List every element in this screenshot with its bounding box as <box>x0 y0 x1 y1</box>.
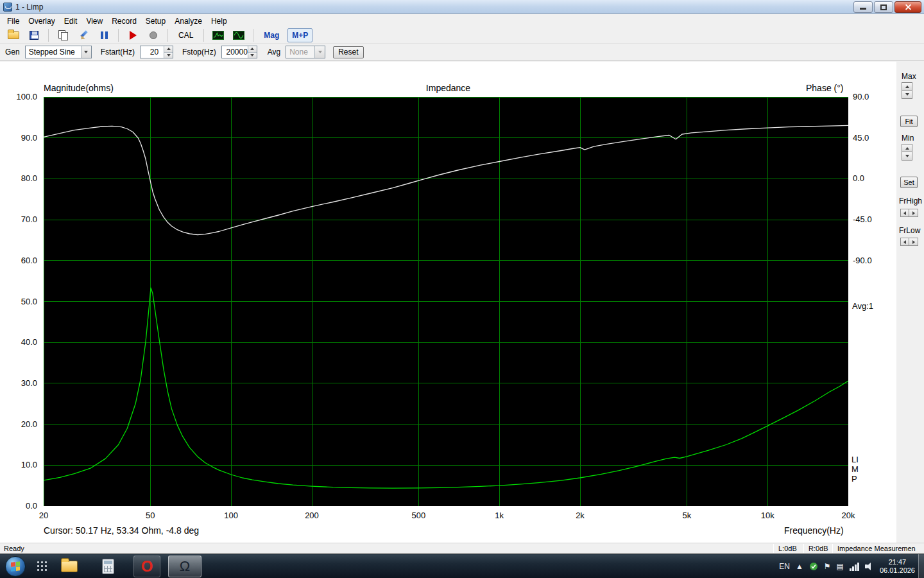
spectrum-view-button[interactable] <box>210 28 227 42</box>
window-title: 1 - Limp <box>15 3 43 12</box>
fstart-label: Fstart(Hz) <box>101 48 135 57</box>
axis-tick-label: 1k <box>483 511 515 520</box>
toolbar: CAL Mag M+P <box>0 27 924 44</box>
spinner-down-icon[interactable] <box>248 52 257 58</box>
toolbar-separator <box>48 29 49 42</box>
start-button[interactable] <box>5 556 26 577</box>
open-folder-icon <box>8 31 19 39</box>
close-button[interactable] <box>894 1 921 13</box>
frlow-right-button[interactable] <box>909 238 918 246</box>
language-indicator[interactable]: EN <box>779 562 790 571</box>
axis-tick-label: 10k <box>751 511 783 520</box>
taskbar-calculator[interactable] <box>95 556 121 577</box>
taskbar-explorer[interactable] <box>56 556 82 577</box>
screen: 1 - Limp File Overlay Edit View Record S… <box>0 0 924 578</box>
clock-date: 06.01.2026 <box>880 566 915 575</box>
axis-tick-label: 90.0 <box>853 92 869 101</box>
spinner-down-icon[interactable] <box>164 52 173 58</box>
reset-button[interactable]: Reset <box>333 46 363 58</box>
axis-tick-label: 5k <box>671 511 703 520</box>
stop-button[interactable] <box>145 28 162 42</box>
update-check-icon[interactable] <box>809 562 818 571</box>
open-file-button[interactable] <box>5 28 22 42</box>
edit-pen-button[interactable] <box>75 28 92 42</box>
toolbar-separator <box>167 29 168 42</box>
frhigh-arrows <box>900 209 918 217</box>
taskbar-opera[interactable]: O <box>133 556 160 577</box>
mag-phase-button[interactable]: M+P <box>287 28 312 42</box>
menu-file[interactable]: File <box>3 15 24 27</box>
network-icon[interactable] <box>850 563 859 571</box>
generator-type-select[interactable]: Stepped Sine <box>25 46 92 58</box>
max-up-button[interactable] <box>902 82 912 91</box>
toolbar-separator <box>118 29 119 42</box>
toolbar-separator <box>253 29 253 42</box>
windows-flag-icon <box>11 561 20 571</box>
axis-tick-label: -90.0 <box>853 256 872 265</box>
cal-button[interactable]: CAL <box>174 28 198 42</box>
record-circle-icon <box>150 31 157 39</box>
axis-tick-label: 50.0 <box>21 297 37 306</box>
copy-button[interactable] <box>55 28 71 42</box>
cursor-readout: Cursor: 50.17 Hz, 53.34 Ohm, -4.8 deg <box>44 525 199 536</box>
fstop-input[interactable]: 20000 <box>221 46 257 58</box>
menu-edit[interactable]: Edit <box>60 15 82 27</box>
volume-icon[interactable] <box>865 563 874 570</box>
axis-tick-label: 45.0 <box>853 133 869 143</box>
hidden-icons-chevron[interactable]: ▲ <box>796 562 803 571</box>
axis-tick-label: 10.0 <box>21 460 37 469</box>
taskbar-clock[interactable]: 21:47 06.01.2026 <box>880 558 915 575</box>
fstart-input[interactable]: 20 <box>140 46 173 58</box>
taskbar-limp-active[interactable]: Ω <box>168 556 201 577</box>
frhigh-left-button[interactable] <box>900 209 909 217</box>
chevron-down-icon[interactable] <box>81 46 91 58</box>
spectrum-icon <box>212 31 224 40</box>
taskbar-pinned-app[interactable] <box>33 556 51 577</box>
menu-view[interactable]: View <box>81 15 107 27</box>
zoom-panel: Max Fit Min Set FrHigh FrLow <box>896 62 924 543</box>
axis-tick-label: 0.0 <box>26 501 37 511</box>
axis-tick-label: 20k <box>832 511 864 520</box>
gen-label: Gen <box>5 48 20 57</box>
mag-button[interactable]: Mag <box>259 28 284 42</box>
start-measurement-button[interactable] <box>124 28 141 42</box>
minimize-button[interactable] <box>853 1 873 13</box>
x-axis-title: Frequency(Hz) <box>784 525 844 536</box>
omega-icon: Ω <box>180 559 190 574</box>
opera-icon: O <box>141 559 153 574</box>
menu-overlay[interactable]: Overlay <box>24 15 59 27</box>
spinner-up-icon[interactable] <box>164 46 173 52</box>
maximize-button[interactable] <box>874 1 893 13</box>
close-icon <box>905 4 912 11</box>
fit-button[interactable]: Fit <box>900 116 918 127</box>
generator-toolbar: Gen Stepped Sine Fstart(Hz) 20 Fstop(Hz)… <box>0 44 924 61</box>
clipboard-icon[interactable]: ▤ <box>837 562 844 571</box>
axis-tick-label: 20.0 <box>21 419 37 429</box>
frlow-left-button[interactable] <box>900 238 909 246</box>
max-down-button[interactable] <box>902 91 912 99</box>
save-file-button[interactable] <box>26 28 42 42</box>
min-down-button[interactable] <box>902 152 912 161</box>
min-label: Min <box>902 134 914 143</box>
impedance-plot[interactable] <box>44 97 848 506</box>
axis-tick-label: 100.0 <box>16 92 37 101</box>
status-right-level: R:0dB <box>809 545 828 552</box>
statusbar-divider <box>773 544 774 553</box>
waveform-view-button[interactable] <box>230 28 247 42</box>
spinner-up-icon[interactable] <box>248 46 257 52</box>
menu-setup[interactable]: Setup <box>141 15 170 27</box>
action-center-flag-icon[interactable]: ⚑ <box>824 562 831 571</box>
pause-button[interactable] <box>96 28 112 42</box>
show-desktop-button[interactable] <box>918 554 924 578</box>
max-label: Max <box>902 72 916 81</box>
min-up-button[interactable] <box>902 144 912 152</box>
frlow-label: FrLow <box>899 226 920 235</box>
set-button[interactable]: Set <box>900 177 918 188</box>
avg-label: Avg <box>268 48 280 57</box>
menu-analyze[interactable]: Analyze <box>170 15 207 27</box>
menu-help[interactable]: Help <box>207 15 232 27</box>
menu-record[interactable]: Record <box>107 15 141 27</box>
frhigh-right-button[interactable] <box>909 209 918 217</box>
avg-select[interactable]: None <box>286 46 325 58</box>
axis-tick-label: -45.0 <box>853 215 872 224</box>
